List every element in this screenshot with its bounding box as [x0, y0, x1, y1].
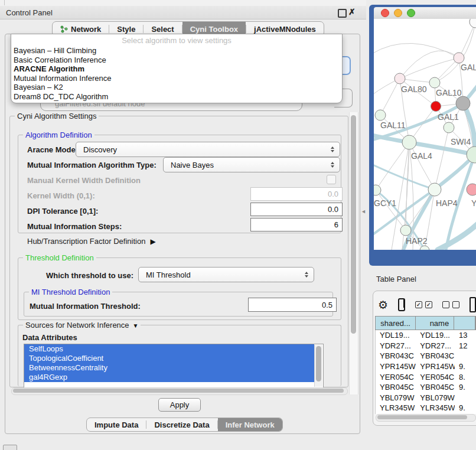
mi-type-combo[interactable]: Naive Bayes: [163, 157, 340, 172]
manual-kernel-checkbox[interactable]: [327, 175, 336, 184]
network-node-hap4[interactable]: [428, 183, 441, 196]
network-node-label: GAL1: [438, 112, 459, 122]
new-table-icon[interactable]: [470, 297, 476, 312]
table-cell: YBL079W: [376, 393, 416, 402]
panel-divider-arrow[interactable]: ◄: [361, 208, 366, 214]
minimize-traffic-light-icon[interactable]: [394, 9, 402, 17]
table-row[interactable]: YBR043CYBR043C: [376, 351, 476, 361]
tab-discretize-data[interactable]: Discretize Data: [146, 418, 217, 431]
table-row[interactable]: YBR045CYBR045C9.: [376, 382, 476, 393]
table-cell: YLR345W: [376, 403, 416, 412]
control-panel-titlebar: Control Panel: [0, 6, 366, 19]
which-threshold-label: Which threshold to use:: [46, 271, 133, 280]
algorithm-option[interactable]: Dream8 DC_TDC Algorithm: [11, 92, 342, 102]
algorithm-option[interactable]: ARACNE Algorithm: [11, 64, 342, 74]
hub-section-label: Hub/Transcription Factor Definition: [27, 237, 145, 246]
network-node-y[interactable]: [467, 184, 476, 195]
algorithm-option[interactable]: Bayesian – K2: [11, 83, 342, 92]
table-row[interactable]: YER054CYER054C8.: [376, 371, 476, 382]
gear-icon[interactable]: ⚙: [378, 299, 388, 311]
network-node-gal1[interactable]: [431, 102, 441, 112]
kernel-width-field[interactable]: 0.0: [250, 187, 343, 201]
deselect-all-checks-icon[interactable]: [442, 301, 459, 308]
dpi-tolerance-value: 0.0: [328, 205, 338, 214]
network-node-hap2[interactable]: [400, 225, 411, 236]
column-header-name[interactable]: name: [416, 317, 454, 330]
attribute-item[interactable]: BetweennessCentrality: [24, 363, 314, 373]
table-cell: YLR345W: [416, 403, 455, 412]
table-row[interactable]: YPR145WYPR145W9.: [376, 361, 476, 372]
table-cell: YDR27...: [416, 341, 455, 350]
network-node-label: HAP4: [436, 198, 458, 208]
network-node-gal80[interactable]: [395, 73, 405, 84]
mi-threshold-field[interactable]: 0.5: [248, 298, 337, 312]
column-header-shared-[interactable]: shared...: [376, 317, 416, 330]
expand-right-icon: ▶: [150, 237, 155, 246]
list-vertical-scrollbar[interactable]: [314, 345, 322, 387]
panel-corner-button[interactable]: [3, 445, 17, 450]
network-node-gal4[interactable]: [402, 135, 416, 149]
float-window-icon[interactable]: [338, 9, 347, 18]
network-node-gal[interactable]: [454, 53, 464, 63]
table-cell: YBR043C: [376, 351, 416, 360]
close-icon[interactable]: ✗: [348, 7, 356, 17]
column-header-cut[interactable]: [454, 317, 475, 330]
attribute-item[interactable]: TopologicalCoefficient: [24, 354, 314, 363]
dpi-tolerance-field[interactable]: 0.0: [250, 203, 343, 216]
apply-button[interactable]: Apply: [158, 398, 201, 412]
hub-section-toggle[interactable]: Hub/Transcription Factor Definition▶: [27, 237, 156, 246]
network-node-gal11[interactable]: [375, 110, 386, 120]
network-node-label: GCY1: [374, 198, 396, 208]
which-threshold-value: MI Threshold: [146, 270, 191, 279]
algorithm-dropdown[interactable]: Select algorithm to view settings Bayesi…: [11, 34, 343, 103]
data-attributes-list[interactable]: SelfLoopsTopologicalCoefficientBetweenne…: [24, 344, 324, 388]
close-traffic-light-icon[interactable]: [381, 9, 389, 17]
tab-infer-network[interactable]: Infer Network: [218, 418, 282, 431]
network-node-label: GAL80: [401, 84, 427, 94]
network-node[interactable]: [420, 246, 429, 250]
table-cell: YBR045C: [376, 383, 416, 392]
zoom-traffic-light-icon[interactable]: [407, 9, 415, 17]
table-cell: 9.: [455, 362, 476, 371]
settings-vertical-scrollbar[interactable]: [349, 112, 358, 394]
table-cell: YER054C: [376, 373, 416, 381]
table-row[interactable]: YLR345WYLR345W9.: [376, 403, 476, 413]
network-node-label: HAP2: [406, 236, 428, 246]
data-attributes-label: Data Attributes: [22, 333, 77, 342]
algorithm-definition-title: Algorithm Definition: [23, 131, 94, 139]
sources-title[interactable]: Sources for Network Inference▼: [23, 321, 141, 330]
network-icon: [60, 25, 68, 33]
network-node[interactable]: [456, 96, 470, 110]
which-threshold-combo[interactable]: MI Threshold: [138, 267, 314, 282]
network-node-label: GAL: [461, 63, 476, 72]
select-all-checks-icon[interactable]: ✓✓: [415, 301, 432, 308]
tab-label: Cyni Toolbox: [190, 25, 238, 34]
cyni-algorithm-settings-title: Cyni Algorithm Settings: [15, 112, 99, 120]
mi-type-value: Naive Bayes: [171, 161, 214, 169]
tab-impute-data[interactable]: Impute Data: [87, 418, 146, 431]
aracne-mode-combo[interactable]: Discovery: [76, 142, 340, 157]
network-node-gal10[interactable]: [429, 77, 440, 88]
mi-threshold-label: Mutual Information Threshold:: [30, 302, 141, 311]
column-layout-icon[interactable]: [398, 298, 405, 311]
algorithm-option[interactable]: Basic Correlation Inference: [11, 56, 342, 65]
dpi-tolerance-label: DPI Tolerance [0,1]:: [27, 207, 98, 216]
mi-steps-field[interactable]: 6: [250, 218, 343, 231]
table-row[interactable]: YDR27...YDR27...12: [376, 341, 476, 351]
network-node-swi4[interactable]: [444, 122, 454, 133]
settings-horizontal-scrollbar[interactable]: [11, 387, 348, 395]
network-canvas[interactable]: GALGAL80GAL10GAL1GAL11SWI4GAL4HAP4YGCY1H…: [374, 19, 476, 250]
algorithm-option[interactable]: Bayesian – Hill Climbing: [11, 46, 342, 56]
table-cell: 12: [455, 341, 476, 350]
attribute-item[interactable]: SelfLoops: [24, 344, 314, 354]
algorithm-option[interactable]: Mutual Information Inference: [11, 74, 342, 83]
table-row[interactable]: YBL079WYBL079W: [376, 393, 476, 403]
table-row[interactable]: YDL19...YDL19...13: [376, 330, 476, 341]
table-cell: YER054C: [416, 373, 455, 381]
table-horizontal-scrollbar[interactable]: [376, 414, 476, 422]
tab-label: Network: [71, 25, 101, 34]
network-node[interactable]: [470, 19, 476, 28]
toolbar-divider: [4, 0, 5, 5]
mi-steps-value: 6: [334, 220, 338, 229]
attribute-item[interactable]: gal4RGexp: [24, 373, 314, 382]
